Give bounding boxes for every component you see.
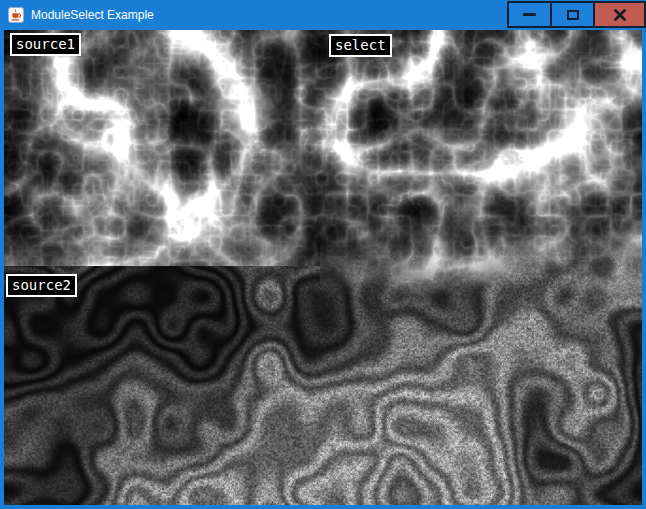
java-app-icon[interactable]: [8, 7, 24, 23]
maximize-icon: [567, 10, 579, 20]
label-source1: source1: [10, 33, 81, 56]
window-title: ModuleSelect Example: [31, 8, 154, 22]
render-area: source1 select source2: [0, 0, 646, 509]
label-source2: source2: [6, 274, 77, 297]
close-icon: [614, 9, 626, 21]
titlebar[interactable]: ModuleSelect Example: [0, 0, 646, 30]
window-controls: [509, 1, 646, 28]
app-window: source1 select source2 ModuleSelect Exam…: [0, 0, 646, 509]
maximize-button[interactable]: [550, 1, 595, 28]
minimize-button[interactable]: [507, 1, 552, 28]
close-button[interactable]: [593, 1, 646, 28]
label-select: select: [329, 34, 392, 57]
minimize-icon: [523, 13, 536, 16]
noise-canvas: [4, 30, 642, 505]
